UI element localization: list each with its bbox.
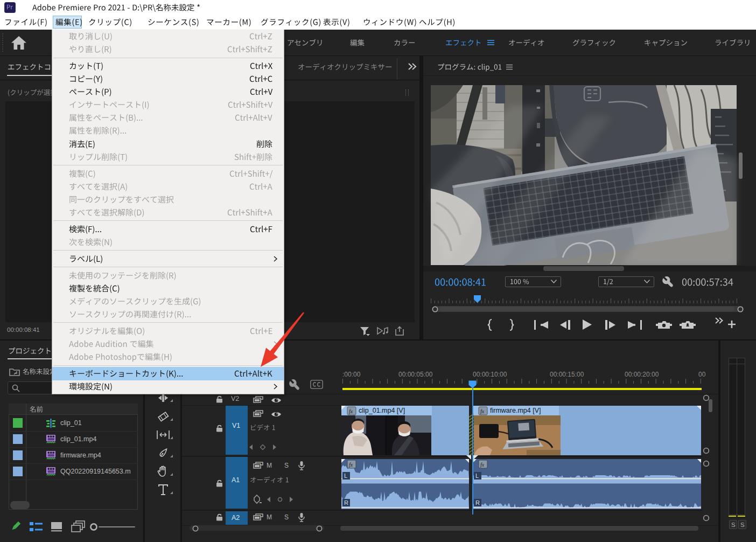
svg-text:fx: fx bbox=[480, 462, 485, 468]
svg-text:fx: fx bbox=[349, 408, 353, 414]
svg-text:fx: fx bbox=[349, 462, 353, 468]
svg-text:fx: fx bbox=[480, 408, 485, 414]
